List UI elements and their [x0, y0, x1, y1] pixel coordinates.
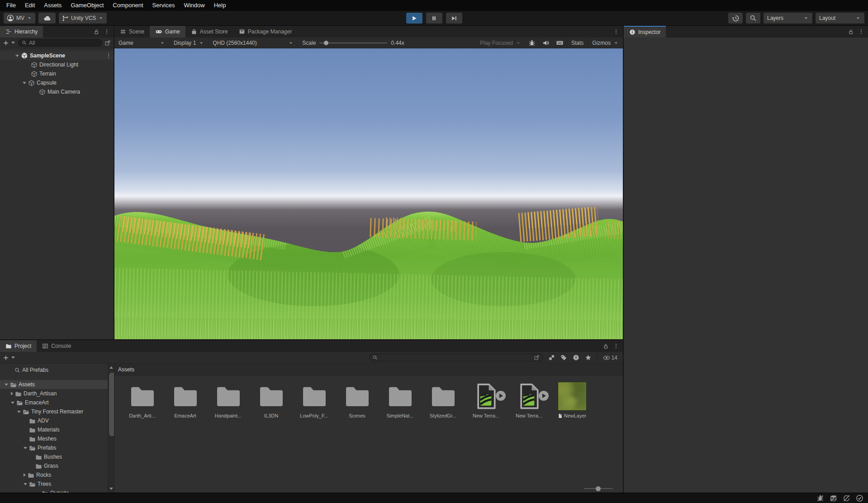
hidden-packages-icon[interactable] [573, 354, 579, 361]
create-asset-button[interactable] [3, 355, 9, 361]
kebab-menu-icon[interactable] [104, 28, 110, 35]
hierarchy-row-scene[interactable]: SampleScene [0, 51, 114, 60]
project-tree-row[interactable]: Bushes [0, 452, 114, 461]
create-asset-chevron[interactable] [11, 356, 15, 359]
menu-file[interactable]: File [2, 0, 20, 11]
asset-tile-folder[interactable]: SimpleNat... [379, 382, 422, 418]
asset-preview-arrow[interactable] [539, 391, 549, 401]
asset-tile-folder[interactable]: LowPoly_F... [293, 382, 336, 418]
asset-tile-folder[interactable]: Darth_Arti... [121, 382, 164, 418]
pause-button[interactable] [426, 13, 442, 24]
menu-assets[interactable]: Assets [39, 0, 66, 11]
scrollbar-thumb[interactable] [109, 373, 114, 436]
asset-tile-texture[interactable]: NewLayer [550, 382, 593, 418]
scroll-down-arrow[interactable] [109, 488, 113, 490]
play-button[interactable] [406, 13, 422, 24]
tab-console[interactable]: Console [37, 340, 76, 352]
project-tree-row[interactable]: EmaceArt [0, 398, 114, 407]
visibility-toggle[interactable]: 14 [603, 354, 617, 361]
search-button[interactable] [746, 13, 760, 24]
menu-component[interactable]: Component [108, 0, 147, 11]
tab-scene[interactable]: Scene [114, 26, 150, 38]
hierarchy-row[interactable]: Directional Light [0, 60, 114, 69]
cloud-button[interactable] [38, 13, 56, 24]
vsync-button[interactable] [553, 38, 567, 48]
open-search-window-icon[interactable] [104, 40, 111, 46]
collapse-triangle[interactable] [24, 483, 27, 485]
collapse-triangle[interactable] [17, 411, 21, 413]
lock-icon[interactable] [848, 28, 854, 35]
add-object-button[interactable] [3, 40, 9, 46]
collapse-triangle[interactable] [15, 55, 19, 57]
project-tree-row[interactable]: Trees [0, 479, 114, 489]
stats-button[interactable]: Stats [567, 38, 588, 48]
mute-audio-button[interactable] [539, 38, 553, 48]
expand-triangle[interactable] [11, 392, 13, 395]
project-tree-row[interactable]: Grass [0, 461, 114, 470]
menu-gameobject[interactable]: GameObject [66, 0, 108, 11]
scroll-up-arrow[interactable] [109, 366, 113, 369]
frame-debugger-button[interactable] [525, 38, 539, 48]
asset-tile-folder[interactable]: StylizedGr... [422, 382, 465, 418]
thumbnail-slider-knob[interactable] [596, 486, 601, 491]
menu-window[interactable]: Window [179, 0, 209, 11]
menu-help[interactable]: Help [209, 0, 231, 11]
menu-edit[interactable]: Edit [20, 0, 39, 11]
kebab-menu-icon[interactable] [613, 343, 619, 349]
collapse-triangle[interactable] [23, 82, 26, 84]
scale-slider[interactable] [319, 43, 387, 43]
project-tree-row[interactable]: Outside [0, 489, 114, 493]
open-search-window-icon[interactable] [534, 355, 540, 361]
tab-package-manager[interactable]: Package Manager [233, 26, 297, 38]
tab-project[interactable]: Project [0, 340, 37, 352]
project-tree-row[interactable]: Meshes [0, 434, 114, 443]
resolution-dropdown[interactable]: QHD (2560x1440) [209, 38, 298, 48]
account-button[interactable]: MV [4, 13, 35, 24]
game-viewport[interactable] [114, 48, 623, 339]
step-button[interactable] [446, 13, 462, 24]
favorites-star-icon[interactable] [585, 354, 592, 361]
lock-icon[interactable] [602, 343, 609, 349]
kebab-menu-icon[interactable] [105, 52, 112, 59]
scale-slider-knob[interactable] [324, 41, 328, 45]
kebab-menu-icon[interactable] [858, 28, 864, 35]
tree-scrollbar[interactable] [108, 364, 114, 493]
kebab-menu-icon[interactable] [613, 28, 619, 35]
project-tree-row[interactable]: Prefabs [0, 443, 114, 452]
activity-ok-icon[interactable] [856, 494, 863, 502]
thumbnail-size-slider[interactable] [584, 488, 613, 489]
asset-tile-folder[interactable]: Handpaint... [207, 382, 250, 418]
project-tree-row[interactable]: ADV [0, 416, 114, 425]
project-tree-row[interactable]: Materials [0, 425, 114, 434]
gizmos-dropdown[interactable]: Gizmos [588, 38, 623, 48]
tab-asset-store[interactable]: Asset Store [185, 26, 233, 38]
asset-tile-folder[interactable]: Scenes [336, 382, 379, 418]
filter-by-label-icon[interactable] [560, 354, 567, 361]
asset-tile-folder[interactable]: IL3DN [250, 382, 293, 418]
project-search-input[interactable] [369, 354, 543, 361]
filter-by-type-icon[interactable] [548, 354, 555, 361]
project-tree-row[interactable]: Darth_Artisan [0, 389, 114, 398]
asset-tile-terrain[interactable]: New Terra... [465, 382, 508, 418]
project-tree-row[interactable]: Tiny Forest Remaster [0, 407, 114, 416]
expand-triangle[interactable] [24, 473, 26, 477]
add-object-chevron[interactable] [11, 42, 15, 44]
play-focused-dropdown[interactable]: Play Focused [476, 38, 525, 48]
collapse-triangle[interactable] [5, 384, 8, 386]
tab-inspector[interactable]: Inspector [624, 26, 666, 38]
project-tree-row[interactable]: Assets [0, 380, 114, 389]
hierarchy-row[interactable]: Main Camera [0, 87, 114, 96]
asset-tile-terrain[interactable]: New Terra... [508, 382, 550, 418]
asset-preview-arrow[interactable] [496, 391, 506, 401]
layout-dropdown[interactable]: Layout [816, 13, 864, 24]
cache-server-disabled-icon[interactable] [830, 494, 837, 502]
undo-history-button[interactable] [728, 13, 743, 24]
hierarchy-row[interactable]: Terrain [0, 69, 114, 78]
project-tree-row[interactable]: Rocks [0, 470, 114, 479]
asset-tile-folder[interactable]: EmaceArt [164, 382, 207, 418]
debugger-disabled-icon[interactable] [816, 494, 824, 502]
display-dropdown[interactable]: Display 1 [170, 38, 209, 48]
collapse-triangle[interactable] [24, 447, 27, 449]
collapse-triangle[interactable] [11, 402, 14, 404]
tab-game[interactable]: Game [150, 26, 185, 38]
